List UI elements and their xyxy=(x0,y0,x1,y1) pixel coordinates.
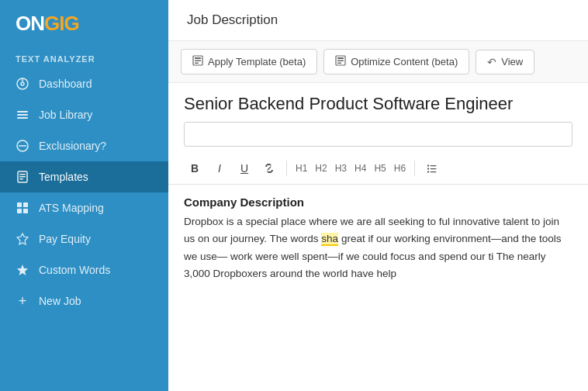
main-header: Job Description xyxy=(168,0,588,41)
highlighted-word: sha xyxy=(321,233,338,246)
job-title: Senior Backend Product Software Engineer xyxy=(184,94,572,114)
logo-gig: GIG xyxy=(44,12,79,35)
content-body: Dropbox is a special place where we are … xyxy=(184,213,572,282)
list-button[interactable] xyxy=(421,157,443,179)
logo: ONGIG xyxy=(0,0,168,47)
svg-line-24 xyxy=(268,167,271,170)
view-label: View xyxy=(501,56,523,67)
sidebar-item-exclusionary[interactable]: Exclusionary? xyxy=(0,130,168,161)
toolbar: Apply Template (beta) Optimize Content (… xyxy=(168,41,588,83)
optimize-content-label: Optimize Content (beta) xyxy=(351,56,458,67)
svg-rect-13 xyxy=(23,202,28,207)
sidebar-item-custom-words-label: Custom Words xyxy=(39,264,110,276)
templates-icon xyxy=(16,170,29,184)
optimize-content-button[interactable]: Optimize Content (beta) xyxy=(323,49,469,74)
svg-rect-27 xyxy=(427,168,429,170)
svg-rect-10 xyxy=(19,176,26,178)
svg-rect-14 xyxy=(17,209,22,213)
svg-rect-19 xyxy=(195,63,199,64)
sidebar-nav: Dashboard Job Library Exclusionary? xyxy=(0,68,168,391)
h5-button[interactable]: H5 xyxy=(372,163,388,174)
svg-rect-17 xyxy=(195,57,201,59)
link-button[interactable] xyxy=(258,157,280,179)
sidebar: ONGIG TEXT ANALYZER Dashboard xyxy=(0,0,168,391)
sidebar-item-dashboard[interactable]: Dashboard xyxy=(0,68,168,99)
h4-button[interactable]: H4 xyxy=(352,163,368,174)
sidebar-item-dashboard-label: Dashboard xyxy=(39,78,92,90)
apply-template-label: Apply Template (beta) xyxy=(208,56,306,67)
page-title: Job Description xyxy=(187,12,278,27)
svg-rect-4 xyxy=(17,114,28,116)
sidebar-item-job-library-label: Job Library xyxy=(39,109,92,121)
formatting-toolbar: B I U H1 H2 H3 H4 H5 H6 xyxy=(168,153,588,185)
fmt-separator-2 xyxy=(414,161,415,176)
custom-words-icon xyxy=(16,263,29,277)
job-title-bar: Senior Backend Product Software Engineer xyxy=(168,83,588,122)
new-job-icon: + xyxy=(16,294,29,308)
h1-button[interactable]: H1 xyxy=(293,163,310,174)
editor-content[interactable]: Company Description Dropbox is a special… xyxy=(168,185,588,391)
apply-template-icon xyxy=(192,55,203,68)
content-section-title: Company Description xyxy=(184,196,572,209)
dashboard-icon xyxy=(16,77,29,91)
sidebar-item-job-library[interactable]: Job Library xyxy=(0,99,168,130)
svg-point-1 xyxy=(21,82,24,85)
h3-button[interactable]: H3 xyxy=(333,163,349,174)
logo-on: ON xyxy=(16,12,44,35)
job-library-icon xyxy=(16,108,29,122)
svg-rect-18 xyxy=(195,61,201,62)
sidebar-item-exclusionary-label: Exclusionary? xyxy=(39,140,106,152)
view-button[interactable]: ↶ View xyxy=(476,50,534,74)
svg-rect-30 xyxy=(431,171,437,172)
h6-button[interactable]: H6 xyxy=(392,163,408,174)
svg-rect-12 xyxy=(17,202,22,207)
search-bar xyxy=(168,122,588,153)
logo-text: ONGIG xyxy=(16,12,79,36)
view-icon: ↶ xyxy=(487,56,496,68)
sidebar-item-pay-equity[interactable]: Pay Equity xyxy=(0,223,168,254)
italic-button[interactable]: I xyxy=(209,157,230,179)
sidebar-item-ats-mapping[interactable]: ATS Mapping xyxy=(0,192,168,223)
main-content: Job Description Apply Template (beta) xyxy=(168,0,588,391)
svg-rect-26 xyxy=(431,165,437,166)
underline-button[interactable]: U xyxy=(233,157,255,179)
search-input[interactable] xyxy=(184,122,572,147)
svg-rect-23 xyxy=(337,63,341,64)
sidebar-item-ats-mapping-label: ATS Mapping xyxy=(39,202,104,214)
ats-mapping-icon xyxy=(16,201,29,215)
svg-rect-29 xyxy=(427,171,429,173)
svg-rect-25 xyxy=(427,165,429,167)
svg-rect-15 xyxy=(23,209,28,213)
pay-equity-icon xyxy=(16,232,29,246)
svg-rect-21 xyxy=(337,57,344,59)
fmt-separator-1 xyxy=(286,161,287,176)
sidebar-item-new-job[interactable]: + New Job xyxy=(0,285,168,317)
svg-rect-22 xyxy=(337,61,344,62)
sidebar-item-templates[interactable]: Templates xyxy=(0,161,168,192)
svg-rect-5 xyxy=(17,117,28,119)
bold-button[interactable]: B xyxy=(184,157,206,179)
sidebar-item-pay-equity-label: Pay Equity xyxy=(39,233,91,245)
exclusionary-icon xyxy=(16,139,29,153)
h2-button[interactable]: H2 xyxy=(313,163,329,174)
svg-rect-11 xyxy=(19,178,23,180)
sidebar-item-new-job-label: New Job xyxy=(39,295,81,307)
optimize-content-icon xyxy=(335,55,346,68)
section-label: TEXT ANALYZER xyxy=(0,47,168,68)
apply-template-button[interactable]: Apply Template (beta) xyxy=(181,49,317,74)
svg-rect-28 xyxy=(431,168,437,169)
sidebar-item-templates-label: Templates xyxy=(39,171,88,183)
svg-rect-3 xyxy=(17,111,28,112)
svg-rect-9 xyxy=(19,174,26,175)
sidebar-item-custom-words[interactable]: Custom Words xyxy=(0,254,168,285)
